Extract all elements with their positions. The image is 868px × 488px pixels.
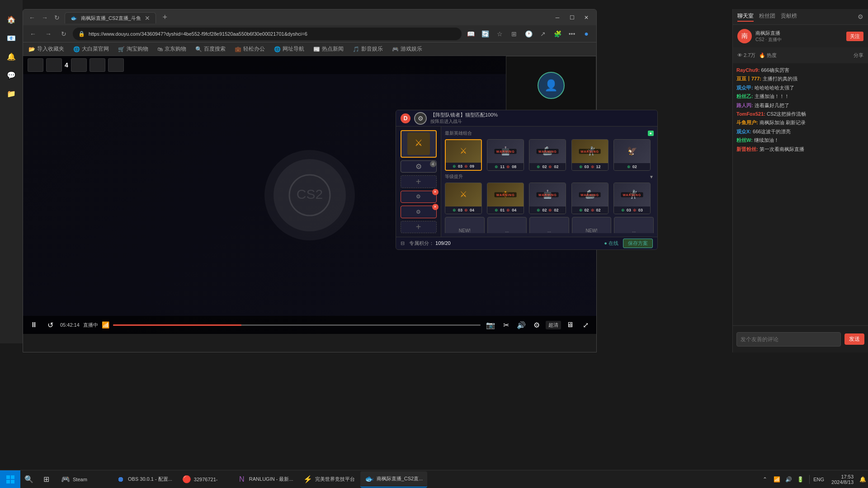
sidebar-icon-1[interactable]: 🏠 <box>3 11 19 28</box>
minimize-button[interactable]: ─ <box>551 11 564 24</box>
close-button[interactable]: ✕ <box>580 11 593 24</box>
collections-icon[interactable]: ⊞ <box>508 28 520 40</box>
bookmark-icon-2: 🛒 <box>118 46 125 52</box>
fullscreen-button[interactable]: ⤢ <box>579 319 592 331</box>
save-button[interactable]: 保存方案 <box>623 239 653 248</box>
settings-icon[interactable]: ⚙ <box>858 13 863 20</box>
card-stats-7: ⊕01 ⊕04 <box>487 206 524 214</box>
share-btn[interactable]: 分享 <box>854 52 863 59</box>
maximize-button[interactable]: ☐ <box>566 11 578 24</box>
count-label: 专属积分： 109/20 <box>409 240 451 247</box>
send-button[interactable]: 发送 <box>844 333 864 345</box>
more-icon[interactable]: ••• <box>566 28 578 40</box>
addr-refresh-button[interactable]: ↻ <box>57 28 70 40</box>
taskbar-app-3[interactable]: 🔴 32976721- <box>178 471 232 488</box>
selected-card[interactable]: ⚔ <box>401 130 437 158</box>
card-8[interactable]: 🤖 ⊕02 ⊕02 <box>529 183 566 214</box>
card-9[interactable]: 🦾 ⊕02 ⊕02 <box>571 183 609 214</box>
theater-button[interactable]: 🖥 <box>564 319 576 331</box>
volume-button[interactable]: 🔊 <box>515 319 528 331</box>
tray-icon-battery[interactable]: 🔋 <box>795 474 806 485</box>
addr-forward-button[interactable]: → <box>42 28 55 40</box>
history-icon[interactable]: 🕐 <box>522 28 535 40</box>
screenshot-button[interactable]: 📷 <box>484 319 497 331</box>
tray-icon-network[interactable]: 📶 <box>771 474 782 485</box>
read-mode-icon[interactable]: 📖 <box>464 28 477 40</box>
taskbar-app-steam[interactable]: 🎮 Steam <box>57 471 111 488</box>
slot-icon-1[interactable]: ⚙ 4 <box>401 160 437 173</box>
forward-button[interactable]: → <box>39 13 50 22</box>
panel-tabs: 聊天室 粉丝团 贡献榜 <box>737 12 797 22</box>
filter-icon[interactable]: ⊟ <box>401 240 405 246</box>
tray-icon-chevron[interactable]: ⌃ <box>760 474 770 485</box>
right-panel-header: 聊天室 粉丝团 贡献榜 ⚙ <box>733 9 868 25</box>
panel-tab-fans[interactable]: 粉丝团 <box>759 12 775 22</box>
refresh-button[interactable]: ↻ <box>52 13 62 22</box>
taskbar-app-perfectworld[interactable]: ⚡ 完美世界竞技平台 <box>299 471 359 488</box>
taskbar-app-obs[interactable]: ⏺ OBS 30.0.1 - 配置... <box>112 471 177 488</box>
chat-user-2: 豆豆丨777: <box>736 76 761 81</box>
card-4[interactable]: 🤺 ⊕03 ⊕12 <box>571 139 609 171</box>
extensions-icon[interactable]: 🧩 <box>551 28 564 40</box>
bookmark-jd[interactable]: 🛍 京东购物 <box>156 44 188 54</box>
slot-x-2[interactable]: × ⚙ <box>401 206 437 218</box>
search-button[interactable]: 🔍 <box>20 471 38 488</box>
bookmark-media[interactable]: 🎵 影音娱乐 <box>351 44 385 54</box>
pause-button[interactable]: ⏸ <box>28 319 40 331</box>
addr-back-button[interactable]: ← <box>27 28 39 40</box>
favorite-icon[interactable]: ☆ <box>493 28 506 40</box>
share-icon[interactable]: ↗ <box>537 28 549 40</box>
more-card-hint-4: NEW! <box>572 217 612 233</box>
card-5[interactable]: 🦅 ⊕02 <box>613 139 651 171</box>
browser-tab[interactable]: 🐟 南枫际直播_CS2直播_斗鱼 ✕ <box>65 12 156 23</box>
sidebar-icon-4[interactable]: 💬 <box>3 67 19 83</box>
bookmark-nav[interactable]: 🌐 网址导航 <box>272 44 306 54</box>
notification-button[interactable]: 🔔 <box>857 474 868 485</box>
sidebar-icon-5[interactable]: 📁 <box>3 85 19 102</box>
card-1[interactable]: ⚔ ⊕03 ⊕09 <box>445 139 482 171</box>
card-7[interactable]: 🗡 ⊕01 ⊕04 <box>487 183 524 214</box>
quality-button[interactable]: 超清 <box>546 321 561 329</box>
sidebar-icon-2[interactable]: 📧 <box>3 30 19 46</box>
bookmark-office[interactable]: 💼 轻松办公 <box>233 44 267 54</box>
tab-close-button[interactable]: ✕ <box>145 14 150 22</box>
tray-icon-volume[interactable]: 🔊 <box>783 474 794 485</box>
windows-left-sidebar: 🏠 📧 🔔 💬 📁 <box>0 0 23 343</box>
slot-empty-1[interactable]: + <box>401 175 437 188</box>
taskbar-app-douyu[interactable]: 🐟 南枫际直播_CS2直... <box>360 471 428 488</box>
progress-bar[interactable] <box>113 324 481 326</box>
svg-rect-17 <box>11 480 14 483</box>
task-view-button[interactable]: ⊞ <box>38 471 55 488</box>
reload-button[interactable]: ↺ <box>44 319 57 331</box>
profile-icon[interactable]: ● <box>580 28 593 40</box>
taskbar-time[interactable]: 17:53 2024/8/13 <box>828 474 857 485</box>
back-button[interactable]: ← <box>27 13 38 22</box>
chat-msg-3: 观众甲: 哈哈哈哈哈太强了 <box>736 84 864 91</box>
clip-button[interactable]: ✂ <box>500 319 512 331</box>
lang-indicator[interactable]: ENG <box>813 477 824 482</box>
start-button[interactable] <box>0 470 20 488</box>
bookmark-import[interactable]: 📂 导入收藏夹 <box>27 44 66 54</box>
sidebar-icon-3[interactable]: 🔔 <box>3 48 19 65</box>
bookmark-news[interactable]: 📰 热点新闻 <box>311 44 345 54</box>
settings-button[interactable]: ⚙ <box>530 319 543 331</box>
card-2[interactable]: 🤖 ⊕11 ⊕08 <box>487 139 524 171</box>
card-6[interactable]: ⚔ ⊕03 ⊕04 <box>445 183 482 214</box>
refresh-icon2[interactable]: 🔄 <box>479 28 491 40</box>
bookmark-games[interactable]: 🎮 游戏娱乐 <box>390 44 424 54</box>
taskbar-app-ranlugin[interactable]: N RANLUGIN - 最新... <box>233 471 298 488</box>
chat-input[interactable] <box>736 332 841 347</box>
follow-button[interactable]: 关注 <box>846 32 863 41</box>
panel-tab-rank[interactable]: 贡献榜 <box>781 12 797 22</box>
slot-empty-2[interactable]: + <box>401 221 437 233</box>
card-10[interactable]: 🤺 ⊕03 ⊕03 <box>613 183 651 214</box>
new-tab-button[interactable]: + <box>159 11 171 24</box>
bookmark-taobao[interactable]: 🛒 淘宝购物 <box>116 44 150 54</box>
card-3[interactable]: 🦾 ⊕02 ⊕02 <box>529 139 566 171</box>
slot-x-1[interactable]: × ⚙ <box>401 191 437 203</box>
panel-tab-chat[interactable]: 聊天室 <box>737 12 754 22</box>
tab-title: 南枫际直播_CS2直播_斗鱼 <box>81 15 141 22</box>
bookmark-dabaicai[interactable]: 🌐 大白菜官网 <box>71 44 111 54</box>
bookmark-baidu[interactable]: 🔍 百度搜索 <box>193 44 227 54</box>
address-bar[interactable]: 🔒 https://www.douyu.com/34360947?dyshid=… <box>73 28 462 40</box>
